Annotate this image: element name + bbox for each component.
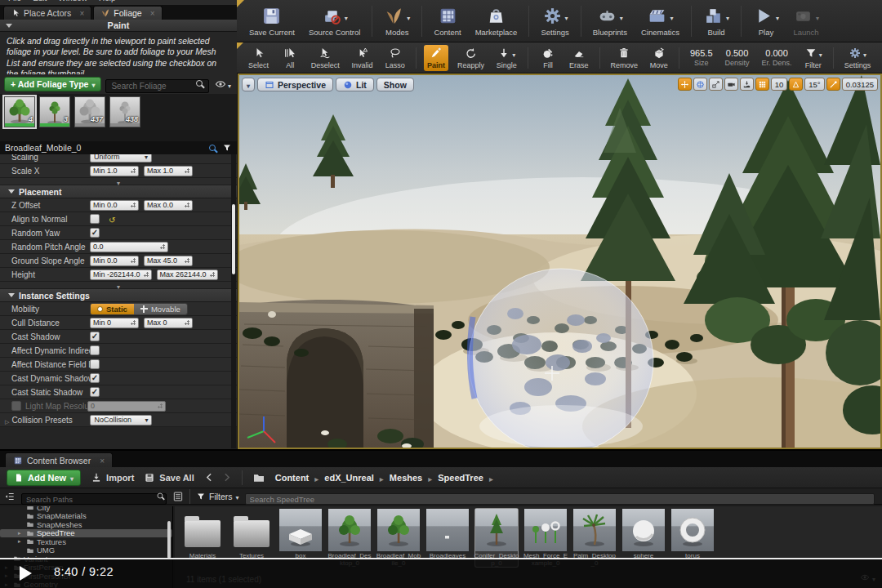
foliage-type-thumbnail-3[interactable]: 438 bbox=[109, 96, 140, 127]
chevron-down-icon[interactable] bbox=[776, 9, 779, 24]
forward-icon[interactable] bbox=[221, 472, 232, 483]
value-field[interactable]: Min 0 bbox=[90, 318, 139, 328]
tree-expander-icon[interactable] bbox=[18, 530, 24, 537]
foliage-tool-erase[interactable]: Erase bbox=[566, 45, 592, 71]
content-browser-tab[interactable]: Content Browser bbox=[5, 452, 113, 467]
viewport-options-button[interactable] bbox=[242, 78, 255, 91]
list-view-icon[interactable] bbox=[172, 491, 184, 502]
search-foliage-input[interactable] bbox=[105, 79, 209, 93]
slider-grip-icon[interactable] bbox=[144, 272, 149, 277]
toolbar-button-content[interactable]: Content bbox=[428, 3, 466, 38]
foliage-tool-settings[interactable]: Settings bbox=[841, 45, 874, 71]
slider-grip-icon[interactable] bbox=[185, 320, 189, 325]
filters-button[interactable]: Filters bbox=[196, 492, 239, 501]
foliage-tool-filter[interactable]: Filter bbox=[801, 45, 826, 71]
tree-expander-icon[interactable] bbox=[18, 538, 24, 545]
foliage-tool-paint[interactable]: Paint bbox=[424, 45, 448, 71]
slider-grip-icon[interactable] bbox=[131, 203, 136, 207]
viewport[interactable]: Perspective Lit Show 10 15° 0.03125 bbox=[238, 74, 882, 449]
slider-grip-icon[interactable] bbox=[185, 203, 189, 207]
menu-window[interactable]: Window bbox=[58, 0, 87, 2]
scrollbar[interactable] bbox=[232, 204, 235, 274]
surface-snap-button[interactable] bbox=[740, 78, 754, 91]
scrollbar-track[interactable] bbox=[231, 154, 236, 448]
foliage-tool-single[interactable]: Single bbox=[493, 45, 520, 71]
rotate-tool-button[interactable] bbox=[693, 78, 707, 91]
save-all-button[interactable]: Save All bbox=[144, 472, 194, 483]
foliage-tool-deselect[interactable]: Deselect bbox=[308, 45, 342, 71]
toolbar-button-blueprints[interactable]: Blueprints bbox=[587, 3, 633, 38]
close-icon[interactable] bbox=[150, 8, 155, 18]
tree-item-umg[interactable]: UMG bbox=[0, 546, 172, 555]
reset-to-default-icon[interactable] bbox=[109, 212, 115, 226]
foliage-tool-all[interactable]: All bbox=[278, 45, 302, 71]
mobility-static-option[interactable]: Static bbox=[91, 304, 134, 314]
close-icon[interactable] bbox=[79, 8, 84, 18]
scale-snap-toggle[interactable] bbox=[826, 78, 840, 91]
scale-tool-button[interactable] bbox=[709, 78, 723, 91]
sources-toggle-icon[interactable] bbox=[4, 491, 16, 502]
foliage-type-thumbnail-2[interactable]: 437 bbox=[74, 96, 105, 127]
chevron-down-icon[interactable] bbox=[407, 9, 410, 24]
expand-advanced-row[interactable] bbox=[0, 178, 237, 185]
scrollbar[interactable] bbox=[167, 521, 171, 559]
value-field[interactable]: Min 0.0 bbox=[90, 256, 139, 266]
value-field[interactable]: Min 1.0 bbox=[90, 166, 139, 176]
scale-snap-value[interactable]: 0.03125 bbox=[842, 78, 878, 91]
toolbar-button-build[interactable]: Build bbox=[697, 3, 735, 38]
value-field[interactable]: Max 45.0 bbox=[144, 256, 193, 266]
angle-snap-value[interactable]: 15° bbox=[804, 78, 824, 91]
menu-edit[interactable]: Edit bbox=[33, 0, 47, 2]
checkbox-affect-distance-field-lig[interactable] bbox=[90, 359, 100, 369]
back-icon[interactable] bbox=[204, 472, 215, 483]
expand-advanced-row[interactable] bbox=[0, 282, 237, 289]
toolbar-button-modes[interactable]: Modes bbox=[378, 3, 416, 38]
filter-icon[interactable] bbox=[222, 143, 232, 153]
enabled-strip[interactable] bbox=[40, 123, 69, 127]
foliage-tool-invalid[interactable]: Invalid bbox=[349, 45, 376, 71]
value-field[interactable]: Min 0.0 bbox=[90, 200, 139, 211]
tree-item-textures[interactable]: Textures bbox=[0, 537, 172, 546]
angle-snap-toggle[interactable] bbox=[789, 78, 803, 91]
tree-item-snapmaterials[interactable]: SnapMaterials bbox=[0, 512, 172, 521]
value-field[interactable]: Max 0.0 bbox=[144, 200, 193, 211]
slider-grip-icon[interactable] bbox=[131, 168, 136, 173]
chevron-down-icon[interactable] bbox=[512, 46, 515, 60]
add-foliage-type-button[interactable]: + Add Foliage Type bbox=[4, 77, 101, 91]
checkbox-cast-static-shadow[interactable] bbox=[90, 387, 100, 397]
field-value[interactable]: 0.500 bbox=[726, 48, 749, 58]
enabled-strip[interactable] bbox=[5, 123, 34, 127]
checkbox-affect-dynamic-indirect[interactable] bbox=[90, 345, 100, 355]
enabled-strip[interactable] bbox=[110, 123, 140, 127]
foliage-tool-move[interactable]: Move bbox=[647, 45, 671, 71]
slider-grip-icon[interactable] bbox=[210, 272, 215, 277]
toolbar-button-marketplace[interactable]: Marketplace bbox=[470, 3, 523, 38]
perspective-button[interactable]: Perspective bbox=[257, 78, 333, 91]
tab-place-actors[interactable]: Place Actors bbox=[3, 6, 91, 20]
foliage-tool-remove[interactable]: Remove bbox=[608, 45, 641, 71]
toolbar-button-settings[interactable]: Settings bbox=[535, 3, 574, 38]
value-field[interactable]: Max 1.0 bbox=[144, 166, 193, 176]
chevron-down-icon[interactable] bbox=[345, 9, 348, 24]
play-icon[interactable] bbox=[20, 566, 32, 581]
close-icon[interactable] bbox=[100, 456, 105, 466]
chevron-down-icon[interactable] bbox=[565, 9, 568, 24]
foliage-tool-fill[interactable]: Fill bbox=[536, 45, 560, 71]
menu-file[interactable]: File bbox=[8, 0, 21, 2]
toolbar-button-cinematics[interactable]: Cinematics bbox=[635, 3, 685, 38]
foliage-field-er-dens[interactable]: 0.000 Er. Dens. bbox=[759, 48, 795, 67]
toolbar-button-source-control[interactable]: Source Control bbox=[303, 3, 366, 38]
dropdown-scaling[interactable]: Uniform bbox=[90, 154, 152, 163]
show-button[interactable]: Show bbox=[376, 78, 414, 91]
field-value[interactable]: 0.000 bbox=[765, 48, 788, 58]
chevron-down-icon[interactable] bbox=[816, 9, 819, 24]
foliage-type-thumbnail-0[interactable]: 4 bbox=[4, 96, 35, 127]
slider-grip-icon[interactable] bbox=[185, 168, 189, 173]
value-field[interactable]: 0.0 bbox=[90, 242, 168, 252]
mobility-movable-option[interactable]: Movable bbox=[134, 304, 187, 314]
foliage-view-options-button[interactable] bbox=[213, 77, 233, 91]
toolbar-button-play[interactable]: Play bbox=[747, 3, 785, 38]
foliage-field-size[interactable]: 965.5 Size bbox=[687, 48, 716, 67]
search-assets-input[interactable] bbox=[245, 493, 875, 505]
chevron-down-icon[interactable] bbox=[863, 46, 866, 60]
